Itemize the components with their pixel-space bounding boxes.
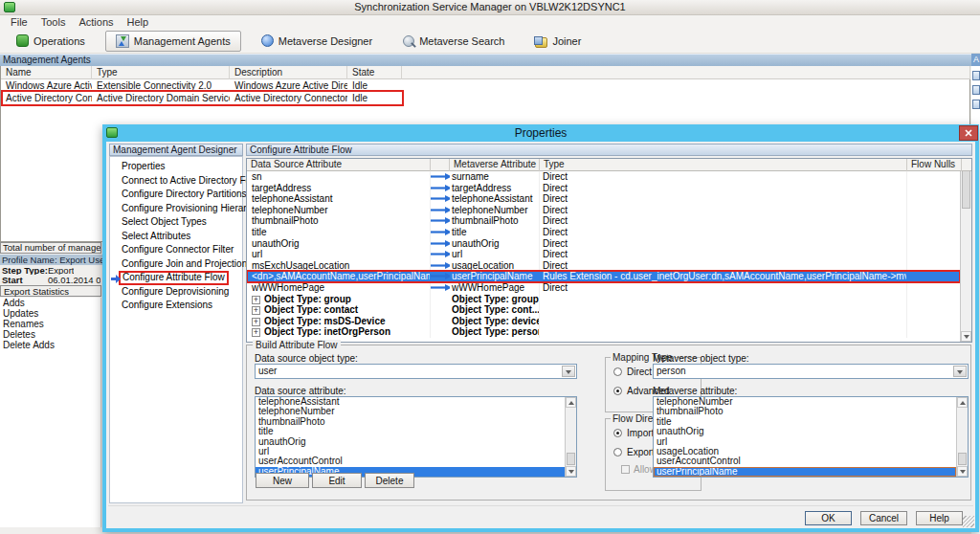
chevron-down-icon[interactable]: [953, 366, 967, 377]
dialog-titlebar[interactable]: Properties: [102, 124, 979, 142]
list-option-url[interactable]: url: [256, 447, 565, 456]
list-option-title[interactable]: title: [654, 417, 956, 427]
toolbar-button-metaverse-search[interactable]: Metaverse Search: [392, 31, 515, 52]
scrollbar-thumb[interactable]: [962, 170, 970, 209]
list-option-useraccountcontrol[interactable]: userAccountControl: [654, 456, 956, 466]
radio-export[interactable]: [613, 448, 622, 456]
data-source-attribute-list[interactable]: telephoneAssistanttelephoneNumberthumbna…: [255, 396, 577, 478]
column-header-name[interactable]: Name: [1, 66, 92, 79]
expand-plus-icon[interactable]: +: [252, 296, 260, 304]
list-option-url[interactable]: url: [654, 437, 956, 447]
toolbar-button-operations[interactable]: Operations: [6, 31, 96, 52]
nav-item-configure-provisioning-hierarchy[interactable]: Configure Provisioning Hierarchy: [110, 202, 242, 216]
list-option-useraccountcontrol[interactable]: userAccountControl: [256, 456, 565, 466]
list-scrollbar[interactable]: [956, 397, 968, 477]
allow-nulls-checkbox[interactable]: [621, 465, 630, 474]
scroll-up-icon[interactable]: [566, 397, 576, 408]
list-option-thumbnailphoto[interactable]: thumbnailPhoto: [256, 417, 565, 427]
stat-item-updates[interactable]: Updates: [0, 308, 100, 319]
list-option-telephonenumber[interactable]: telephoneNumber: [654, 397, 956, 407]
new-button[interactable]: New: [256, 473, 309, 488]
menu-tools[interactable]: Tools: [34, 16, 73, 28]
ok-button[interactable]: OK: [805, 511, 852, 525]
radio-direct[interactable]: [613, 367, 622, 376]
column-header-metaverse-attribute[interactable]: Metaverse Attribute: [450, 159, 540, 171]
nav-item-configure-attribute-flow[interactable]: Configure Attribute Flow: [110, 271, 242, 285]
list-option-unauthorig[interactable]: unauthOrig: [256, 437, 565, 447]
data-source-object-type-select[interactable]: user: [255, 364, 577, 379]
flow-row-object-type-contact[interactable]: +Object Type: contactObject Type: cont..…: [247, 304, 960, 316]
action-icon[interactable]: [972, 71, 980, 80]
stat-item-renames[interactable]: Renames: [0, 319, 100, 329]
toolbar-button-metaverse-designer[interactable]: Metaverse Designer: [251, 31, 383, 52]
scroll-down-icon[interactable]: [961, 331, 971, 342]
list-option-thumbnailphoto[interactable]: thumbnailPhoto: [654, 407, 956, 416]
nav-item-properties[interactable]: Properties: [110, 160, 242, 174]
nav-item-select-object-types[interactable]: Select Object Types: [110, 215, 242, 230]
nav-item-configure-deprovisioning[interactable]: Configure Deprovisioning: [110, 285, 242, 300]
nav-item-configure-directory-partitions[interactable]: Configure Directory Partitions: [110, 188, 242, 202]
menu-help[interactable]: Help: [121, 16, 156, 28]
list-option-userprincipalname[interactable]: userPrincipalName: [654, 467, 956, 477]
nav-item-configure-join-and-projection-rules[interactable]: Configure Join and Projection Rules: [110, 257, 242, 272]
scrollbar-thumb[interactable]: [567, 453, 575, 465]
stat-item-deletes[interactable]: Deletes: [0, 329, 100, 340]
menu-actions[interactable]: Actions: [72, 16, 120, 28]
list-option-title[interactable]: title: [256, 427, 565, 436]
expand-plus-icon[interactable]: +: [252, 318, 260, 326]
delete-button[interactable]: Delete: [365, 473, 414, 488]
flow-row-msexchusagelocation[interactable]: msExchUsageLocationusageLocationDirect: [247, 260, 960, 272]
resize-grip[interactable]: [963, 516, 974, 527]
flow-row-title[interactable]: titletitleDirect: [247, 227, 960, 238]
menu-file[interactable]: File: [4, 16, 34, 28]
metaverse-attribute-list[interactable]: telephoneNumberthumbnailPhototitleunauth…: [653, 396, 969, 478]
toolbar-button-joiner[interactable]: Joiner: [524, 31, 591, 52]
flow-row-telephonenumber[interactable]: telephoneNumbertelephoneNumberDirect: [247, 205, 960, 216]
list-option-unauthorig[interactable]: unauthOrig: [654, 427, 956, 436]
flow-row-sn[interactable]: snsurnameDirect: [247, 171, 960, 183]
list-scrollbar[interactable]: [565, 397, 576, 477]
list-option-telephonenumber[interactable]: telephoneNumber: [256, 407, 565, 416]
toolbar-button-management-agents[interactable]: Management Agents: [105, 31, 241, 52]
stat-item-adds[interactable]: Adds: [0, 298, 100, 308]
flow-row-object-type-msds-device[interactable]: +Object Type: msDS-DeviceObject Type: de…: [247, 316, 960, 327]
chevron-down-icon[interactable]: [562, 366, 575, 377]
list-option-telephoneassistant[interactable]: telephoneAssistant: [256, 397, 565, 407]
expand-plus-icon[interactable]: +: [252, 328, 260, 337]
window-titlebar[interactable]: Synchronization Service Manager on VBLW2…: [0, 0, 980, 15]
help-button[interactable]: Help: [916, 511, 963, 525]
scroll-up-icon[interactable]: [957, 397, 968, 408]
column-header-arrow[interactable]: [431, 159, 450, 171]
scroll-down-icon[interactable]: [957, 466, 968, 477]
nav-item-connect-to-active-directory-forest[interactable]: Connect to Active Directory Forest: [110, 174, 242, 189]
flow-row-targetaddress[interactable]: targetAddresstargetAddressDirect: [247, 183, 960, 194]
column-header-state[interactable]: State: [347, 66, 402, 79]
action-icon[interactable]: [972, 100, 980, 109]
flow-row-thumbnailphoto[interactable]: thumbnailPhotothumbnailPhotoDirect: [247, 215, 960, 227]
column-header-flow-nulls[interactable]: Flow Nulls: [907, 159, 962, 171]
column-header-description[interactable]: Description: [230, 66, 347, 79]
cancel-button[interactable]: Cancel: [860, 511, 907, 525]
flow-row-unauthorig[interactable]: unauthOrigunauthOrigDirect: [247, 238, 960, 250]
table-scrollbar[interactable]: [960, 159, 971, 342]
nav-item-select-attributes[interactable]: Select Attributes: [110, 230, 242, 244]
column-header-type[interactable]: Type: [540, 159, 907, 171]
nav-item-configure-extensions[interactable]: Configure Extensions: [110, 299, 242, 313]
column-header-data-source-attribute[interactable]: Data Source Attribute: [247, 159, 431, 171]
expand-plus-icon[interactable]: +: [252, 306, 260, 315]
radio-advanced[interactable]: [613, 387, 622, 395]
edit-button[interactable]: Edit: [312, 473, 362, 488]
flow-row-telephoneassistant[interactable]: telephoneAssistanttelephoneAssistantDire…: [247, 193, 960, 205]
close-icon[interactable]: [959, 125, 978, 141]
flow-row-object-type-inetorgperson[interactable]: +Object Type: inetOrgPersonObject Type: …: [247, 326, 960, 338]
action-icon[interactable]: [972, 85, 980, 95]
list-option-usagelocation[interactable]: usageLocation: [654, 447, 956, 456]
radio-import[interactable]: [613, 429, 622, 437]
flow-row-object-type-group[interactable]: +Object Type: groupObject Type: group: [247, 294, 960, 305]
scrollbar-thumb[interactable]: [958, 453, 967, 465]
flow-row-dn-samaccountname-userprincipalname[interactable]: <dn>,sAMAccountName,userPrincipalNameuse…: [247, 271, 960, 282]
column-header-type[interactable]: Type: [92, 66, 230, 79]
nav-item-configure-connector-filter[interactable]: Configure Connector Filter: [110, 243, 242, 257]
metaverse-object-type-select[interactable]: person: [653, 364, 969, 379]
flow-row-url[interactable]: urlurlDirect: [247, 249, 960, 260]
